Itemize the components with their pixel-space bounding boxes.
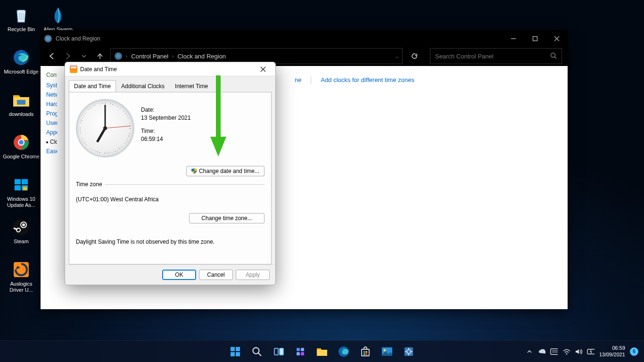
- svg-rect-33: [301, 352, 304, 355]
- desktop-icon-auslogics[interactable]: Auslogics Driver U...: [3, 258, 40, 295]
- date-label: Date:: [141, 107, 190, 113]
- steam-icon: [12, 218, 31, 237]
- dst-note: Daylight Saving Time is not observed by …: [76, 239, 264, 245]
- svg-point-51: [566, 353, 568, 354]
- breadcrumb-item[interactable]: Control Panel: [131, 53, 168, 60]
- search-button[interactable]: [248, 343, 266, 361]
- change-timezone-button[interactable]: Change time zone...: [189, 213, 264, 223]
- close-button[interactable]: [546, 31, 568, 46]
- dialog-footer: OK Cancel Apply: [65, 264, 275, 285]
- svg-rect-24: [231, 352, 235, 356]
- link-set-time-partial[interactable]: ne: [295, 76, 301, 84]
- svg-rect-39: [366, 353, 368, 355]
- link-add-clocks[interactable]: Add clocks for different time zones: [321, 76, 414, 84]
- battery-icon[interactable]: [587, 348, 594, 355]
- edge-icon: [12, 48, 31, 67]
- taskbar: 06:59 13/09/2021 6: [0, 340, 644, 362]
- svg-rect-5: [15, 179, 21, 184]
- sidebar-heading[interactable]: Control Panel Home: [46, 72, 57, 78]
- svg-rect-30: [297, 348, 300, 351]
- tab-internet-time[interactable]: Internet Time: [170, 80, 213, 92]
- desktop-icon-recyclebin[interactable]: Recycle Bin: [3, 4, 40, 41]
- svg-rect-28: [274, 348, 278, 355]
- minimize-button[interactable]: [503, 31, 524, 46]
- button-label: Change date and time...: [199, 168, 259, 174]
- apply-button[interactable]: Apply: [236, 270, 270, 280]
- date-value: 13 September 2021: [141, 115, 190, 121]
- desktop-icon-label: downloads: [3, 111, 40, 117]
- onedrive-icon[interactable]: [538, 348, 545, 355]
- svg-rect-48: [551, 349, 558, 354]
- svg-rect-31: [301, 348, 304, 351]
- svg-line-19: [555, 57, 557, 58]
- timezone-heading: Time zone: [76, 181, 264, 188]
- sidebar-item-ease[interactable]: Ease of Access: [46, 148, 57, 155]
- file-explorer-button[interactable]: [313, 343, 331, 361]
- sidebar-item-clock[interactable]: Clock and Region: [46, 139, 57, 145]
- nav-history-icon[interactable]: [78, 50, 90, 62]
- clock-region-icon: [44, 35, 52, 42]
- recycle-bin-icon: [12, 6, 31, 25]
- search-input[interactable]: Search Control Panel: [430, 48, 562, 64]
- settings-button[interactable]: [400, 343, 418, 361]
- svg-point-9: [13, 219, 29, 235]
- desktop-icon-label: Steam: [3, 239, 40, 245]
- nav-up-icon[interactable]: [94, 50, 106, 62]
- desktop-icons: Recycle Bin Alien Swarm Microsoft Edge d…: [3, 4, 41, 301]
- tab-additional-clocks[interactable]: Additional Clocks: [116, 80, 170, 92]
- tab-content: Date: 13 September 2021 Time: 06:59:14 C…: [69, 92, 272, 264]
- cancel-button[interactable]: Cancel: [199, 270, 233, 280]
- refresh-icon[interactable]: [407, 49, 421, 63]
- desktop-icon-steam[interactable]: Steam: [3, 216, 40, 253]
- change-date-time-button[interactable]: Change date and time...: [186, 166, 264, 176]
- tray-overflow-icon[interactable]: [526, 348, 533, 355]
- wifi-icon[interactable]: [562, 348, 570, 355]
- nav-forward-icon[interactable]: [62, 50, 74, 62]
- windows-update-icon: [12, 175, 31, 194]
- nav-back-icon[interactable]: [46, 50, 58, 62]
- close-button[interactable]: [254, 64, 272, 75]
- notification-badge[interactable]: 6: [630, 347, 638, 356]
- task-view-button[interactable]: [270, 343, 288, 361]
- sidebar-item-programs[interactable]: Programs: [46, 110, 57, 117]
- desktop-icon-chrome[interactable]: Google Chrome: [3, 131, 40, 168]
- tab-date-time[interactable]: Date and Time: [69, 80, 116, 92]
- desktop-icon-win10update[interactable]: Windows 10 Update As...: [3, 173, 40, 210]
- edge-taskbar-button[interactable]: [335, 343, 353, 361]
- chrome-icon: [12, 133, 31, 152]
- widgets-button[interactable]: [291, 343, 309, 361]
- search-placeholder: Search Control Panel: [435, 53, 494, 60]
- sidebar-item-hardware[interactable]: Hardware and Sound: [46, 101, 57, 107]
- time-value: 06:59:14: [141, 136, 190, 142]
- sidebar-item-network[interactable]: Network and Internet: [46, 91, 57, 98]
- chevron-right-icon: ›: [172, 54, 173, 59]
- svg-rect-36: [363, 351, 365, 353]
- breadcrumb-item[interactable]: Clock and Region: [177, 53, 226, 60]
- tray-time: 06:59: [599, 345, 625, 351]
- store-button[interactable]: [356, 343, 374, 361]
- svg-point-11: [22, 223, 25, 226]
- sidebar-item-system[interactable]: System and Security: [46, 82, 57, 89]
- photos-button[interactable]: [378, 343, 396, 361]
- folder-icon: [12, 90, 31, 109]
- sidebar-item-appearance[interactable]: Appearance and Personalization: [46, 129, 57, 136]
- chevron-down-icon[interactable]: ⌵: [396, 54, 398, 59]
- desktop-icon-label: Microsoft Edge: [3, 69, 40, 75]
- svg-rect-35: [362, 349, 369, 356]
- desktop-icon-edge[interactable]: Microsoft Edge: [3, 46, 40, 83]
- tray-clock[interactable]: 06:59 13/09/2021: [599, 345, 625, 357]
- sidebar-item-users[interactable]: User Accounts: [46, 120, 57, 126]
- desktop-icon-downloads[interactable]: downloads: [3, 89, 40, 125]
- calendar-clock-icon: [70, 66, 77, 73]
- time-label: Time:: [141, 128, 190, 134]
- keyboard-icon[interactable]: [550, 348, 558, 355]
- svg-rect-22: [231, 347, 235, 351]
- volume-icon[interactable]: [575, 348, 582, 355]
- search-icon: [550, 52, 557, 60]
- svg-rect-32: [297, 352, 300, 355]
- ok-button[interactable]: OK: [162, 270, 196, 280]
- desktop-icon-label: Google Chrome: [3, 154, 40, 160]
- maximize-button[interactable]: [524, 31, 546, 46]
- start-button[interactable]: [226, 343, 244, 361]
- svg-rect-23: [236, 347, 240, 351]
